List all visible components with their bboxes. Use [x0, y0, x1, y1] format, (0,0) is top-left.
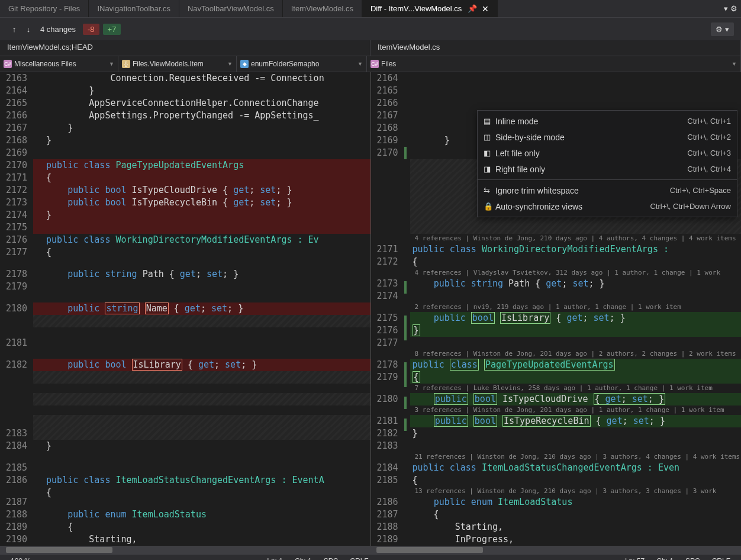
gear-icon[interactable]: ⚙	[730, 4, 737, 13]
codelens[interactable]: 13 references | Winston de Jong, 210 day…	[410, 487, 742, 496]
added-badge: +7	[103, 24, 121, 35]
left-file-label: ItemViewModel.cs;HEAD	[0, 40, 370, 56]
codelens[interactable]: 2 references | nvi9, 219 days ago | 1 au…	[410, 302, 742, 312]
next-change-button[interactable]: ↓	[21, 22, 36, 36]
menu-right-only[interactable]: ◨Right file onlyCtrl+\, Ctrl+4	[478, 161, 737, 177]
tab-git-repo[interactable]: Git Repository - Files	[0, 0, 89, 17]
diff-settings-button[interactable]: ⚙ ▾	[711, 22, 734, 36]
codelens[interactable]: 4 references | Vladyslav Tsvietkov, 312 …	[410, 268, 742, 278]
tab-navtoolbar[interactable]: NavToolbarViewModel.cs	[179, 0, 283, 17]
nav-combo-namespace[interactable]: {}Files.ViewModels.Item▼	[118, 56, 237, 72]
spaces-indicator-right: SPC	[679, 557, 706, 561]
codelens[interactable]: 21 references | Winston de Jong, 210 day…	[410, 452, 742, 462]
status-bar: 100 % ▾ Ln: 1 Ch: 1 SPC CRLF Ln: 57 Ch: …	[0, 554, 741, 560]
whitespace-icon: ⇆	[484, 186, 495, 195]
left-code[interactable]: Connection.RequestReceived -= Connection…	[33, 72, 370, 546]
diff-view-menu: ▤Inline modeCtrl+\, Ctrl+1 ◫Side-by-side…	[477, 110, 737, 217]
spaces-indicator: SPC	[318, 557, 344, 561]
col-indicator-right: Ch: 1	[650, 557, 679, 561]
side-by-side-icon: ◫	[484, 133, 495, 141]
codelens[interactable]: 3 references | Winston de Jong, 201 days…	[410, 405, 742, 415]
tab-bar: Git Repository - Files INavigationToolba…	[0, 0, 741, 18]
right-gutter: 2164216521662167216821692170 21712172 21…	[371, 72, 404, 546]
tab-diff[interactable]: Diff - ItemV...ViewModel.cs 📌 ✕	[362, 0, 498, 17]
close-icon[interactable]: ✕	[482, 4, 489, 14]
crlf-indicator: CRLF	[344, 557, 374, 561]
changes-count: 4 changes	[40, 25, 76, 34]
right-scrollbar[interactable]	[370, 546, 741, 554]
lock-icon: 🔒	[484, 202, 495, 211]
left-only-icon: ◧	[484, 149, 495, 157]
dropdown-icon[interactable]: ▾	[37, 557, 40, 561]
col-indicator: Ch: 1	[289, 557, 318, 561]
right-file-label: ItemViewModel.cs	[370, 40, 741, 56]
tab-itemvm[interactable]: ItemViewModel.cs	[283, 0, 362, 17]
line-indicator-right: Ln: 57	[619, 557, 650, 561]
nav-combo-member[interactable]: ◆enumFolderSemapho▼	[237, 56, 367, 72]
menu-separator	[478, 179, 737, 180]
menu-inline-mode[interactable]: ▤Inline modeCtrl+\, Ctrl+1	[478, 113, 737, 129]
navigation-bar: C#Miscellaneous Files▼ {}Files.ViewModel…	[0, 56, 741, 72]
left-pane[interactable]: 2163216421652166216721682169217021712172…	[0, 72, 371, 546]
prev-change-button[interactable]: ↑	[7, 22, 21, 36]
line-indicator: Ln: 1	[261, 557, 289, 561]
menu-ignore-whitespace[interactable]: ⇆Ignore trim whitespaceCtrl+\, Ctrl+Spac…	[478, 182, 737, 198]
menu-left-only[interactable]: ◧Left file onlyCtrl+\, Ctrl+3	[478, 145, 737, 161]
codelens[interactable]: 8 references | Winston de Jong, 201 days…	[410, 349, 742, 359]
nav-combo-right[interactable]: C#Files▼	[367, 56, 741, 72]
pin-icon[interactable]: 📌	[468, 4, 477, 13]
left-gutter: 2163216421652166216721682169217021712172…	[0, 72, 33, 546]
tab-inav[interactable]: INavigationToolbar.cs	[89, 0, 179, 17]
crlf-indicator-right: CRLF	[706, 557, 736, 561]
nav-combo-misc[interactable]: C#Miscellaneous Files▼	[0, 56, 118, 72]
deleted-badge: -8	[83, 24, 99, 35]
inline-mode-icon: ▤	[484, 117, 495, 125]
file-header-row: ItemViewModel.cs;HEAD ItemViewModel.cs	[0, 40, 741, 56]
menu-auto-sync[interactable]: 🔒Auto-synchronize viewsCtrl+\, Ctrl+Down…	[478, 198, 737, 214]
left-scrollbar[interactable]	[0, 546, 370, 554]
menu-side-by-side[interactable]: ◫Side-by-side modeCtrl+\, Ctrl+2	[478, 129, 737, 145]
dropdown-icon[interactable]: ▾	[724, 4, 728, 13]
codelens[interactable]: 4 references | Winston de Jong, 210 days…	[410, 234, 742, 243]
codelens[interactable]: 7 references | Luke Blevins, 258 days ag…	[410, 384, 742, 393]
right-only-icon: ◨	[484, 165, 495, 173]
diff-toolbar: ↑ ↓ 4 changes -8 +7 ⚙ ▾	[0, 18, 741, 40]
zoom-level[interactable]: 100 %	[5, 557, 37, 561]
